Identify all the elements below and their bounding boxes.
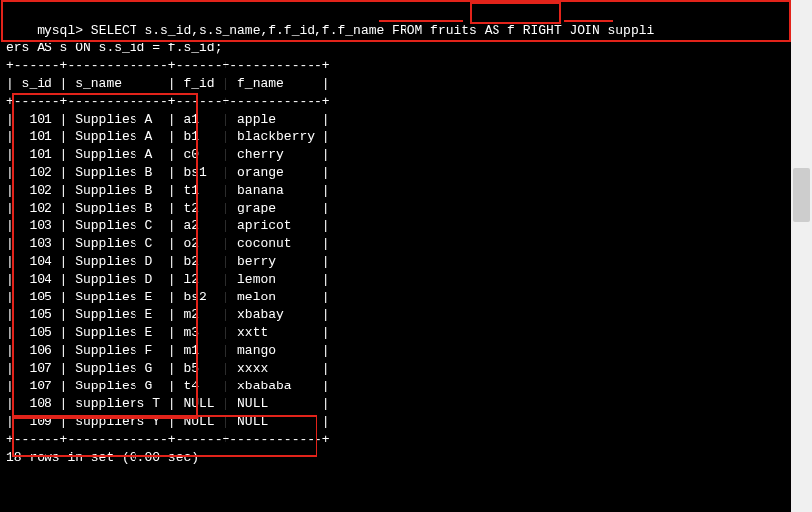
table-rows: | 101 | Supplies A | a1 | apple | | 101 … bbox=[6, 112, 330, 429]
sql-query-line1: SELECT s.s_id,s.s_name,f.f_id,f.f_name F… bbox=[83, 23, 654, 38]
scrollbar-track bbox=[791, 0, 812, 512]
vertical-scrollbar[interactable] bbox=[791, 0, 812, 512]
sql-query-line2: ers AS s ON s.s_id = f.s_id; bbox=[6, 41, 222, 55]
table-separator-bottom: +------+-------------+------+-----------… bbox=[6, 432, 330, 447]
table-header-row: | s_id | s_name | f_id | f_name | bbox=[6, 76, 330, 91]
table-separator-top: +------+-------------+------+-----------… bbox=[6, 58, 330, 73]
table-separator-header: +------+-------------+------+-----------… bbox=[6, 94, 330, 109]
mysql-terminal[interactable]: mysql> SELECT s.s_id,s.s_name,f.f_id,f.f… bbox=[0, 0, 791, 512]
mysql-prompt: mysql> bbox=[37, 23, 83, 38]
result-footer: 18 rows in set (0.00 sec) bbox=[6, 450, 199, 465]
scrollbar-thumb[interactable] bbox=[793, 168, 810, 222]
